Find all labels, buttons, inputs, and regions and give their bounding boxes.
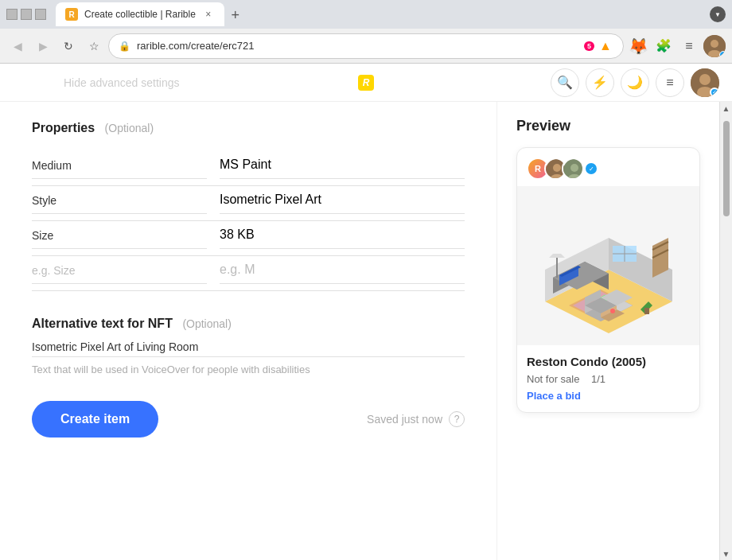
property-row-medium: Medium MS Paint (32, 151, 465, 186)
user-avatar-nav[interactable]: ✓ (703, 35, 726, 57)
help-icon[interactable]: ? (449, 411, 465, 427)
page-content: R Hide advanced settings 🔍 ⚡ 🌙 ≡ ✓ (0, 64, 732, 560)
url-text: rarible.com/create/erc721 (137, 40, 578, 52)
user-avatar-header[interactable]: ✓ (691, 68, 719, 97)
menu-icon-btn[interactable]: ≡ (656, 68, 684, 97)
svg-point-7 (553, 164, 561, 172)
properties-title: Properties (Optional) (32, 121, 465, 135)
alt-text-section: Alternative text for NFT (Optional) Isom… (32, 317, 465, 375)
preview-card: R (516, 147, 700, 413)
window-controls[interactable] (6, 9, 46, 20)
minimize-button[interactable] (6, 9, 18, 20)
active-tab[interactable]: R Create collectible | Rarible × (56, 2, 224, 26)
refresh-button[interactable]: ↻ (57, 35, 80, 57)
svg-point-4 (699, 74, 711, 85)
preview-panel: Preview R (496, 102, 719, 560)
shield-icons: 5 ▲ (584, 38, 613, 54)
verified-badge-header: ✓ (710, 88, 719, 97)
extensions-icon[interactable]: 🧩 (652, 35, 675, 57)
svg-point-1 (711, 40, 718, 48)
verified-badge-nav: ✓ (719, 51, 726, 57)
place-bid-link[interactable]: Place a bid (527, 390, 581, 402)
preview-status: Not for sale 1/1 (527, 373, 690, 385)
property-label-style: Style (32, 194, 207, 214)
alt-text-description: Text that will be used in VoiceOver for … (32, 364, 465, 375)
property-label-eg-size: e.g. Size (32, 264, 207, 284)
property-label-medium: Medium (32, 159, 207, 179)
svg-point-38 (610, 309, 615, 313)
create-item-button[interactable]: Create item (32, 401, 158, 438)
browser-toolbar: 🦊 🧩 ≡ ✓ (627, 35, 726, 57)
property-row-eg-size: e.g. Size e.g. M (32, 256, 465, 291)
property-input-eg-size[interactable]: e.g. M (220, 262, 465, 284)
avatar-person2 (562, 158, 584, 180)
main-area: Properties (Optional) Medium MS Paint (0, 102, 732, 560)
brave-shield-badge: 5 (584, 41, 594, 51)
title-bar: R Create collectible | Rarible × + (0, 0, 732, 29)
left-content: Properties (Optional) Medium MS Paint (0, 102, 496, 560)
alt-text-title-row: Alternative text for NFT (Optional) (32, 317, 465, 331)
property-row-size: Size 38 KB (32, 221, 465, 256)
bookmark-button[interactable]: ☆ (83, 35, 105, 57)
close-button[interactable] (35, 9, 46, 20)
property-label-size: Size (32, 229, 207, 249)
forward-button[interactable]: ▶ (32, 35, 54, 57)
hide-options-label[interactable]: Hide advanced settings (64, 76, 180, 89)
alt-text-value[interactable]: Isometric Pixel Art of Living Room (32, 340, 465, 353)
bottom-bar: Create item Saved just now ? (32, 401, 465, 450)
preview-nft-image (517, 186, 699, 345)
scrollbar-thumb[interactable] (723, 121, 730, 216)
preview-card-header: R (517, 148, 699, 186)
search-icon-btn[interactable]: 🔍 (551, 68, 579, 97)
browser-menu-icon[interactable]: ≡ (678, 35, 700, 57)
property-row-style: Style Isometric Pixel Art (32, 186, 465, 221)
profile-area (710, 6, 726, 22)
svg-rect-40 (644, 308, 649, 314)
new-tab-button[interactable]: + (224, 4, 247, 26)
properties-section: Properties (Optional) Medium MS Paint (32, 121, 465, 291)
property-input-medium[interactable]: MS Paint (220, 158, 465, 179)
moon-icon-btn[interactable]: 🌙 (621, 68, 649, 97)
isometric-room-svg (521, 190, 696, 341)
properties-optional: (Optional) (105, 122, 154, 134)
lock-icon: 🔒 (119, 41, 130, 52)
svg-point-10 (570, 164, 578, 172)
scrollbar-down-arrow[interactable]: ▼ (720, 547, 733, 560)
tab-bar: R Create collectible | Rarible × + (56, 2, 703, 26)
preview-info: Reston Condo (2005) Not for sale 1/1 Pla… (517, 345, 699, 412)
scrollbar-track (720, 115, 732, 547)
scrollbar: ▲ ▼ (719, 102, 732, 560)
profile-dot[interactable] (710, 6, 726, 22)
metamask-fox-icon[interactable]: 🦊 (627, 35, 649, 57)
header-icons: 🔍 ⚡ 🌙 ≡ ✓ (551, 68, 719, 97)
tab-title: Create collectible | Rarible (84, 9, 196, 20)
nav-bar: ◀ ▶ ↻ ☆ 🔒 rarible.com/create/erc721 5 ▲ … (0, 29, 732, 64)
brave-rewards-icon[interactable]: ▲ (598, 38, 613, 54)
verified-check-icon: ✓ (586, 163, 597, 174)
property-input-style[interactable]: Isometric Pixel Art (220, 192, 465, 214)
svg-marker-42 (549, 254, 565, 258)
saved-status: Saved just now ? (367, 411, 465, 427)
avatar-stack: R (527, 158, 597, 180)
preview-title: Preview (516, 118, 700, 134)
address-bar[interactable]: 🔒 rarible.com/create/erc721 5 ▲ (108, 33, 624, 59)
rarible-logo: R (358, 75, 374, 91)
page-header: R Hide advanced settings 🔍 ⚡ 🌙 ≡ ✓ (0, 64, 732, 102)
restore-button[interactable] (21, 9, 32, 20)
tab-favicon: R (65, 8, 78, 21)
property-input-size[interactable]: 38 KB (220, 228, 465, 249)
scrollbar-up-arrow[interactable]: ▲ (720, 102, 733, 115)
back-button[interactable]: ◀ (6, 35, 29, 57)
preview-nft-name: Reston Condo (2005) (527, 355, 690, 368)
lightning-icon-btn[interactable]: ⚡ (586, 68, 614, 97)
tab-close-button[interactable]: × (202, 8, 215, 21)
